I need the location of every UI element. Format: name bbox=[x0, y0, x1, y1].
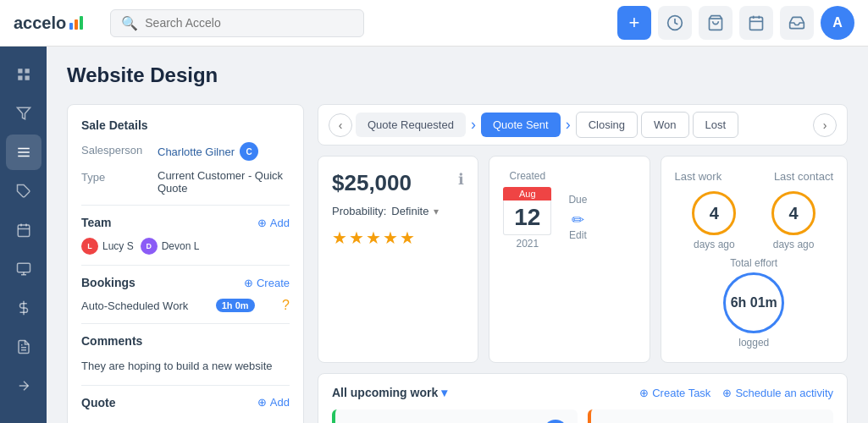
search-box[interactable]: 🔍 bbox=[110, 9, 364, 37]
comments-text: They are hoping to build a new website bbox=[81, 358, 290, 375]
last-work-days-ago: days ago bbox=[692, 239, 736, 250]
sidebar-item-dashboard[interactable] bbox=[6, 57, 41, 92]
stage-bar: ‹ Quote Requested › Quote Sent › Closing… bbox=[318, 104, 848, 146]
two-col-layout: Sale Details Salesperson Charlotte Gilne… bbox=[67, 104, 848, 423]
help-icon[interactable]: ? bbox=[282, 298, 290, 313]
upcoming-section: All upcoming work ▾ ⊕ Create Task ⊕ Sche… bbox=[318, 373, 848, 423]
member-name-devon: Devon L bbox=[162, 240, 200, 252]
call-tracy-avatar: A bbox=[544, 420, 567, 423]
stage-chevron-1: › bbox=[469, 116, 478, 134]
svg-rect-8 bbox=[18, 76, 22, 80]
calendar-button[interactable] bbox=[739, 6, 773, 40]
probability-dropdown[interactable]: ▾ bbox=[434, 206, 439, 217]
salesperson-name: Charlotte Gilner bbox=[158, 146, 235, 158]
upcoming-item-mockup: Mockup website design bbox=[588, 409, 833, 423]
quote-label: Quote bbox=[81, 396, 115, 409]
quote-header: Quote ⊕ Add bbox=[81, 396, 290, 409]
salesperson-avatar: C bbox=[240, 142, 258, 161]
sidebar-item-tasks[interactable] bbox=[6, 135, 41, 170]
add-button[interactable]: + bbox=[617, 6, 651, 40]
effort-circle: 6h 01m bbox=[723, 272, 784, 333]
svg-rect-9 bbox=[25, 76, 29, 80]
member-name-lucy: Lucy S bbox=[102, 240, 134, 252]
nav-right: + A bbox=[617, 6, 854, 40]
schedule-activity-button[interactable]: ⊕ Schedule an activity bbox=[722, 387, 833, 399]
last-contact-days-ago: days ago bbox=[771, 239, 815, 250]
team-add-button[interactable]: ⊕ Add bbox=[257, 217, 290, 229]
team-header: Team ⊕ Add bbox=[81, 216, 290, 229]
amount-card: $25,000 ℹ Probability: Definite ▾ ★★★★★ bbox=[318, 156, 478, 363]
avatar-lucy: L bbox=[81, 238, 98, 255]
stage-quote-requested[interactable]: Quote Requested bbox=[356, 113, 466, 137]
created-label: Created bbox=[503, 170, 551, 182]
schedule-icon: ⊕ bbox=[722, 387, 732, 399]
created-col: Created Aug 12 2021 bbox=[503, 170, 551, 250]
sidebar-item-tags[interactable] bbox=[6, 173, 41, 209]
bag-button[interactable] bbox=[699, 6, 733, 40]
probability-value: Definite bbox=[391, 205, 428, 217]
svg-marker-10 bbox=[17, 107, 30, 119]
sidebar-item-finance[interactable] bbox=[6, 290, 41, 326]
svg-rect-6 bbox=[18, 69, 22, 73]
date-day: 12 bbox=[503, 201, 551, 235]
create-task-button[interactable]: ⊕ Create Task bbox=[639, 387, 710, 399]
stage-next-button[interactable]: › bbox=[813, 113, 837, 137]
stage-won[interactable]: Won bbox=[641, 112, 689, 138]
logo: accelo bbox=[14, 14, 83, 33]
search-icon: 🔍 bbox=[121, 15, 138, 31]
date-year: 2021 bbox=[503, 238, 551, 250]
svg-rect-7 bbox=[25, 69, 29, 73]
svg-rect-15 bbox=[18, 225, 30, 237]
sale-details-panel: Sale Details Salesperson Charlotte Gilne… bbox=[67, 104, 304, 423]
stage-chevron-2: › bbox=[564, 116, 572, 134]
svg-rect-2 bbox=[750, 17, 763, 30]
stats-row: 4 days ago 4 days ago bbox=[675, 191, 834, 250]
due-label: Due bbox=[568, 194, 587, 206]
stage-closing[interactable]: Closing bbox=[576, 112, 638, 138]
user-avatar[interactable]: A bbox=[821, 6, 854, 40]
salesperson-label: Salesperson bbox=[81, 142, 158, 161]
stage-quote-sent[interactable]: Quote Sent bbox=[481, 113, 561, 137]
upcoming-items: Call Tracy A Mockup website design bbox=[332, 409, 833, 423]
last-work-circle: 4 bbox=[692, 191, 736, 235]
page-title: Website Design bbox=[67, 63, 848, 87]
dates-grid: Created Aug 12 2021 Due ✏ Edit bbox=[503, 170, 635, 250]
sidebar-item-reports[interactable] bbox=[6, 329, 41, 365]
stats-header: Last work Last contact bbox=[675, 170, 834, 183]
last-contact-circle: 4 bbox=[771, 191, 815, 235]
search-input[interactable] bbox=[145, 16, 353, 30]
main-layout: Website Design Sale Details Salesperson … bbox=[0, 0, 868, 423]
total-effort: Total effort 6h 01m logged bbox=[675, 257, 834, 349]
info-icon[interactable]: ℹ bbox=[458, 170, 464, 189]
team-label: Team bbox=[81, 216, 112, 229]
create-task-icon: ⊕ bbox=[639, 387, 649, 399]
logo-text: accelo bbox=[14, 14, 66, 33]
type-value: Current Customer - Quick Quote bbox=[158, 169, 290, 195]
sidebar-item-filter[interactable] bbox=[6, 96, 41, 131]
clock-button[interactable] bbox=[658, 6, 692, 40]
salesperson-value: Charlotte Gilner C bbox=[158, 142, 258, 161]
sidebar-item-calendar[interactable] bbox=[6, 212, 41, 248]
sidebar-item-arrow[interactable] bbox=[6, 368, 41, 404]
due-col: Due ✏ Edit bbox=[568, 194, 587, 250]
sidebar-item-monitor[interactable] bbox=[6, 251, 41, 287]
last-work-col: 4 days ago bbox=[692, 191, 736, 250]
quote-add-button[interactable]: ⊕ Add bbox=[257, 396, 290, 409]
upcoming-chevron-icon[interactable]: ▾ bbox=[441, 386, 447, 399]
inbox-button[interactable] bbox=[780, 6, 814, 40]
upcoming-title: All upcoming work ▾ bbox=[332, 386, 447, 399]
auto-scheduled-label: Auto-Scheduled Work bbox=[81, 299, 188, 312]
edit-label[interactable]: Edit bbox=[568, 229, 587, 241]
last-contact-label: Last contact bbox=[774, 170, 833, 183]
salesperson-row: Salesperson Charlotte Gilner C bbox=[81, 142, 290, 161]
upcoming-header: All upcoming work ▾ ⊕ Create Task ⊕ Sche… bbox=[332, 386, 833, 399]
stage-prev-button[interactable]: ‹ bbox=[329, 113, 352, 137]
amount-value: $25,000 bbox=[332, 170, 412, 196]
auto-scheduled-row: Auto-Scheduled Work 1h 0m ? bbox=[81, 298, 290, 313]
bookings-create-button[interactable]: ⊕ Create bbox=[244, 277, 290, 289]
svg-rect-19 bbox=[17, 263, 30, 272]
edit-icon[interactable]: ✏ bbox=[568, 211, 587, 229]
stage-lost[interactable]: Lost bbox=[693, 112, 739, 138]
auto-scheduled-badge: 1h 0m bbox=[216, 299, 255, 312]
avatar-devon: D bbox=[141, 238, 158, 255]
